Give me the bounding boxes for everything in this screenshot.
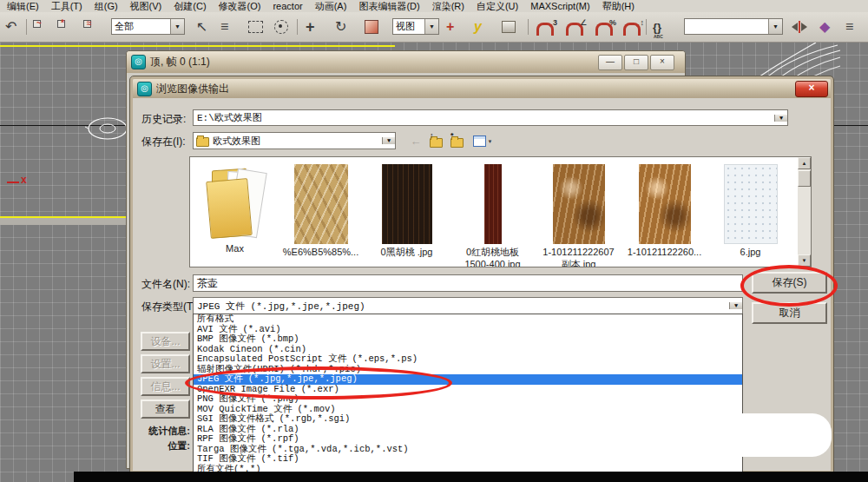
menu-item-help[interactable]: 帮助(H) — [602, 0, 635, 13]
bind-to-space-warp-icon[interactable]: ≈ — [83, 17, 99, 36]
minimize-button[interactable]: — — [598, 55, 622, 70]
view-button[interactable]: 查看 — [141, 399, 190, 419]
toolbar-separator — [26, 19, 27, 35]
menu-item-maxscript[interactable]: MAXScript(M) — [530, 1, 589, 11]
menu-item-animation[interactable]: 动画(A) — [315, 0, 347, 13]
named-selection-dropdown[interactable]: ▼ — [684, 18, 783, 35]
up-one-level-icon[interactable]: ↑ — [426, 132, 445, 150]
mirror-icon[interactable] — [792, 17, 807, 36]
file-type-option-selected[interactable]: JPEG 文件 (*.jpg,*.jpe,*.jpeg) — [194, 374, 742, 385]
list-item[interactable]: Max — [192, 157, 278, 267]
scrollbar[interactable]: ▲ ▼ — [798, 157, 811, 267]
chevron-down-icon[interactable]: ▼ — [774, 115, 787, 122]
crossing-selection-icon[interactable] — [274, 17, 288, 36]
undo-icon[interactable]: ↶ — [5, 17, 16, 36]
file-type-option[interactable]: TIF 图像文件 (*.tif) — [194, 454, 742, 465]
menu-item-graph-editors[interactable]: 图表编辑器(D) — [358, 0, 419, 13]
new-folder-icon[interactable]: * — [447, 132, 466, 150]
menu-item-edit[interactable]: 编辑(E) — [7, 0, 39, 13]
file-type-option[interactable]: Encapsulated PostScript 文件 (*.eps,*.ps) — [194, 354, 742, 365]
unlink-selection-icon[interactable]: * — [57, 17, 73, 36]
list-item[interactable]: 1-101211222607 副本.jpg — [536, 157, 621, 267]
scroll-up-icon[interactable]: ▲ — [798, 157, 811, 169]
toolbar-separator — [646, 19, 647, 35]
image-thumbnail — [382, 164, 432, 244]
file-type-option[interactable]: 所有格式 — [194, 314, 742, 325]
named-selection-sets-icon[interactable]: {}ABC — [653, 17, 661, 36]
history-label: 历史记录: — [141, 112, 186, 127]
browse-images-dialog: ◎ 浏览图像供输出 × 历史记录: E:\欧式效果图 ▼ 保存在(I): 欧式效… — [130, 76, 833, 473]
file-type-dropdown[interactable]: JPEG 文件 (*.jpg,*.jpe,*.jpeg) ▼ — [193, 297, 743, 314]
list-item[interactable]: %E6%B5%85%... — [278, 157, 364, 267]
select-by-name-icon[interactable]: ≡ — [220, 17, 228, 36]
view-menu-icon[interactable]: ▼ — [470, 132, 496, 150]
spinner-snap-icon[interactable]: ↕ — [623, 17, 641, 36]
toolbar-separator — [528, 19, 529, 35]
file-type-option[interactable]: RPF 图像文件 (*.rpf) — [194, 434, 742, 445]
info-button[interactable]: 信息... — [141, 377, 190, 396]
angle-snap-icon[interactable]: ∠ — [566, 17, 583, 36]
maximize-button[interactable]: □ — [624, 55, 648, 70]
menu-item-views[interactable]: 视图(V) — [130, 0, 162, 13]
chevron-down-icon[interactable]: ▼ — [424, 19, 438, 34]
select-and-move-icon[interactable]: + — [306, 17, 315, 36]
list-item[interactable]: 6.jpg — [707, 157, 793, 267]
selection-filter-dropdown[interactable]: 全部▼ — [111, 18, 185, 35]
chevron-down-icon[interactable]: ▼ — [170, 19, 184, 34]
use-pivot-center-icon[interactable]: + — [446, 17, 454, 36]
main-toolbar: ↶ ~ * ≈ 全部▼ ↖ ≡ + ↻ 视图▼ + y 3 ∠ % ↕ {}AB… — [0, 12, 868, 43]
select-and-rotate-icon[interactable]: ↻ — [335, 17, 346, 36]
image-thumbnail — [639, 164, 691, 244]
pivot-box-icon[interactable] — [502, 17, 516, 36]
select-and-link-icon[interactable]: ~ — [33, 17, 49, 36]
file-type-option[interactable]: BMP 图像文件 (*.bmp) — [194, 334, 742, 345]
image-thumbnail — [724, 164, 778, 244]
list-item[interactable]: 0红胡桃地板 1500-400.jpg — [450, 157, 536, 267]
dialog-close-button[interactable]: × — [795, 81, 828, 97]
viewport-x-axis-label: x — [7, 174, 27, 186]
reference-coordinate-dropdown[interactable]: 视图▼ — [392, 18, 439, 35]
image-thumbnail — [553, 164, 605, 244]
setup-button[interactable]: 设置... — [141, 354, 190, 373]
menu-item-reactor[interactable]: reactor — [273, 1, 302, 11]
list-item[interactable]: 1-10121122260... — [621, 157, 707, 267]
close-button[interactable]: × — [650, 55, 674, 70]
chevron-down-icon[interactable]: ▼ — [382, 137, 395, 144]
save-in-label: 保存在(I): — [141, 135, 186, 149]
list-item[interactable]: 0黑胡桃 .jpg — [364, 157, 450, 267]
chevron-down-icon[interactable]: ▼ — [729, 302, 742, 309]
rectangular-selection-region-icon[interactable] — [248, 17, 263, 36]
folder-thumbnail — [207, 164, 264, 241]
menu-bar: 编辑(E) 工具(T) 组(G) 视图(V) 创建(C) 修改器(O) reac… — [0, 0, 868, 12]
menu-item-rendering[interactable]: 渲染(R) — [432, 0, 464, 13]
back-icon[interactable]: ← — [406, 132, 425, 150]
file-list: Max %E6%B5%85%... 0黑胡桃 .jpg 0红胡桃地板 1500-… — [189, 156, 812, 267]
percent-snap-icon[interactable]: % — [595, 17, 613, 36]
snap-toggle-3d-icon[interactable]: 3 — [536, 17, 554, 36]
select-object-icon[interactable]: ↖ — [196, 17, 207, 36]
devices-button[interactable]: 设备... — [141, 332, 190, 351]
menu-item-customize[interactable]: 自定义(U) — [477, 0, 518, 13]
file-type-option[interactable]: PNG 图像文件 (*.png) — [194, 394, 742, 405]
select-and-manipulate-icon[interactable]: y — [474, 17, 482, 36]
teapot-wireframe — [85, 111, 130, 146]
menu-item-modifiers[interactable]: 修改器(O) — [219, 0, 261, 13]
file-type-option[interactable]: SGI 图像文件格式 (*.rgb,*.sgi) — [194, 414, 742, 425]
save-in-dropdown[interactable]: 欧式效果图 ▼ — [193, 132, 396, 149]
menu-item-create[interactable]: 创建(C) — [174, 0, 206, 13]
location-label: 位置: — [133, 439, 190, 452]
menu-item-group[interactable]: 组(G) — [95, 0, 118, 13]
chevron-down-icon[interactable]: ▼ — [768, 19, 782, 34]
layers-icon[interactable]: ≡ — [845, 17, 853, 36]
folder-icon — [196, 137, 209, 147]
select-and-scale-icon[interactable] — [365, 17, 378, 36]
save-button[interactable]: 保存(S) — [752, 272, 827, 294]
history-dropdown[interactable]: E:\欧式效果图 ▼ — [193, 109, 788, 126]
align-icon[interactable]: ◆ — [819, 17, 830, 36]
scroll-down-icon[interactable]: ▼ — [798, 254, 811, 267]
cancel-button[interactable]: 取消 — [752, 302, 827, 324]
scrollbar-thumb[interactable] — [798, 170, 811, 187]
file-name-input[interactable]: 茶壶 — [193, 274, 743, 292]
menu-item-tools[interactable]: 工具(T) — [51, 0, 82, 13]
dialog-icon: ◎ — [137, 82, 152, 96]
